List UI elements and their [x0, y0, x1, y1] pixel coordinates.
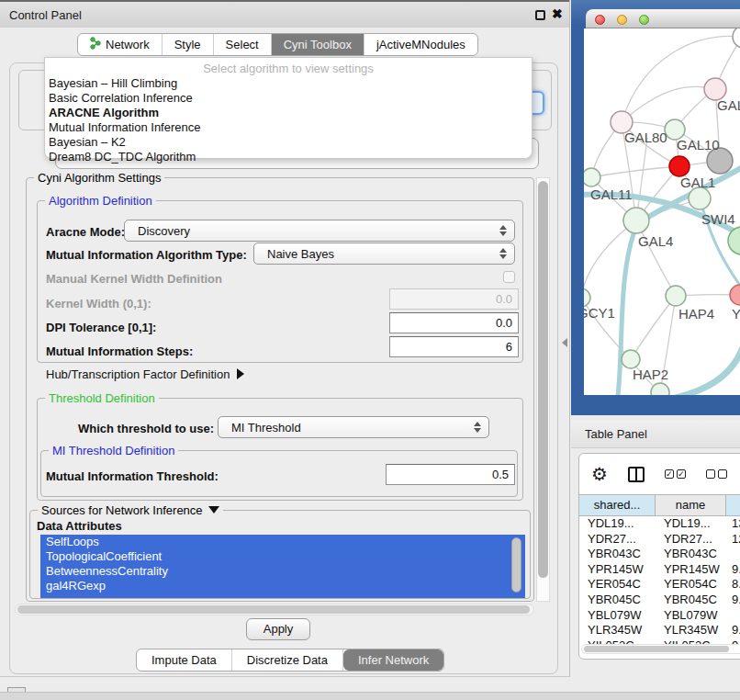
- mi-type-value: Naive Bayes: [254, 247, 499, 261]
- bottom-tabstrip: Impute Data Discretize Data Infer Networ…: [136, 649, 444, 672]
- tab-jactivemnodules[interactable]: jActiveMNodules: [364, 34, 477, 55]
- table-toolbar: ⚙ ✓✓: [579, 454, 740, 494]
- table-row[interactable]: YBR045CYBR045C9.: [579, 593, 740, 608]
- control-panel-titlebar: Control Panel ✖: [0, 0, 569, 28]
- tab-impute-data[interactable]: Impute Data: [137, 649, 232, 671]
- network-node-hap4[interactable]: [666, 286, 686, 306]
- screen: Control Panel ✖ Network Style: [0, 0, 740, 700]
- table-row[interactable]: YDL19...YDL19...13: [579, 516, 740, 532]
- table-horizontal-scrollbar[interactable]: [581, 644, 740, 654]
- close-traffic-light-icon[interactable]: [595, 15, 605, 25]
- close-icon[interactable]: ✖: [552, 6, 563, 21]
- vertical-scrollbar-thumb[interactable]: [538, 181, 548, 578]
- table-row[interactable]: YDR27...YDR27...12: [579, 532, 740, 548]
- mi-threshold-field[interactable]: 0.5: [386, 464, 515, 485]
- dpi-tolerance-label: DPI Tolerance [0,1]:: [46, 321, 156, 334]
- kernel-width-field[interactable]: 0.0: [389, 288, 519, 310]
- float-window-icon[interactable]: [535, 10, 545, 20]
- column-header-clipped[interactable]: A: [726, 495, 740, 515]
- data-attributes-label: Data Attributes: [37, 519, 122, 533]
- sources-title-row[interactable]: Sources for Network Inference: [38, 503, 223, 517]
- tab-style[interactable]: Style: [163, 34, 214, 55]
- network-graph-icon: [90, 37, 101, 52]
- horizontal-scrollbar-thumb[interactable]: [17, 605, 530, 614]
- node-label: HAP4: [678, 306, 714, 322]
- stepper-arrows-icon: [473, 422, 481, 433]
- tab-infer-network[interactable]: Infer Network: [343, 649, 443, 671]
- mi-steps-label: Mutual Information Steps:: [46, 344, 193, 358]
- table-panel-title: Table Panel: [585, 427, 647, 441]
- node-label: GAL4: [638, 233, 673, 249]
- list-item[interactable]: BetweennessCentrality: [40, 564, 525, 579]
- aracne-mode-value: Discovery: [125, 224, 499, 238]
- network-node-gcy1[interactable]: [584, 288, 590, 307]
- list-item[interactable]: SelfLoops: [40, 535, 525, 549]
- list-item[interactable]: [40, 593, 525, 598]
- stepper-arrows-icon: [499, 248, 507, 259]
- stepper-arrows-icon: [499, 225, 507, 236]
- mi-type-label: Mutual Information Algorithm Type:: [46, 248, 247, 262]
- network-node-hap2[interactable]: [622, 350, 640, 368]
- dropdown-item[interactable]: Bayesian – K2: [45, 135, 532, 150]
- manual-kernel-checkbox[interactable]: [503, 271, 515, 283]
- data-attributes-list[interactable]: SelfLoops TopologicalCoefficient Between…: [40, 535, 525, 598]
- list-scrollbar-thumb[interactable]: [511, 537, 521, 593]
- settings-vertical-scrollbar[interactable]: [536, 177, 550, 602]
- mi-type-select[interactable]: Naive Bayes: [253, 243, 515, 265]
- select-none-icon[interactable]: [706, 469, 727, 479]
- network-node[interactable]: [651, 383, 669, 395]
- which-threshold-label: Which threshold to use:: [78, 422, 214, 435]
- dropdown-item[interactable]: Mutual Information Inference: [45, 120, 532, 135]
- dropdown-item[interactable]: Basic Correlation Inference: [45, 91, 532, 106]
- node-label: GAL80: [624, 130, 667, 145]
- dpi-tolerance-field[interactable]: 0.0: [389, 312, 519, 333]
- table-panel-titlebar: Table Panel: [571, 421, 740, 448]
- network-canvas[interactable]: GAL GAL80 GAL10 GAL1 GAL11 SWI4 GAL4 GCY…: [584, 28, 740, 395]
- dropdown-item[interactable]: Dream8 DC_TDC Algorithm: [45, 150, 532, 164]
- column-header-shared-name[interactable]: shared...: [579, 495, 656, 515]
- network-node[interactable]: [733, 28, 740, 48]
- table-row[interactable]: YER054CYER054C8.: [579, 577, 740, 593]
- aracne-mode-select[interactable]: Discovery: [124, 220, 515, 242]
- zoom-traffic-light-icon[interactable]: [639, 15, 649, 25]
- tab-discretize-data[interactable]: Discretize Data: [232, 649, 343, 671]
- column-header-name[interactable]: name: [656, 495, 726, 515]
- which-threshold-value: MI Threshold: [219, 421, 473, 435]
- table-row[interactable]: YBR043CYBR043C: [579, 547, 740, 562]
- tab-select[interactable]: Select: [214, 34, 272, 55]
- network-node-swi4[interactable]: [689, 187, 711, 209]
- network-node[interactable]: [730, 285, 740, 305]
- bottom-status-strip: [0, 692, 740, 700]
- tab-network[interactable]: Network: [78, 34, 163, 55]
- network-node-gal11[interactable]: [584, 168, 600, 186]
- split-columns-icon[interactable]: [628, 467, 645, 482]
- table-row[interactable]: YBL079WYBL079W: [579, 608, 740, 624]
- mi-steps-field[interactable]: 6: [389, 336, 519, 357]
- dropdown-item-selected[interactable]: ARACNE Algorithm: [45, 106, 532, 120]
- settings-horizontal-scrollbar[interactable]: [15, 604, 534, 615]
- table-row[interactable]: YLR345WYLR345W9.: [579, 623, 740, 638]
- tab-jactivemnodules-label: jActiveMNodules: [376, 38, 465, 51]
- table-row[interactable]: YPR145WYPR145W9.: [579, 562, 740, 578]
- tab-cyni-toolbox[interactable]: Cyni Toolbox: [272, 34, 364, 55]
- network-node-gal4[interactable]: [623, 208, 649, 233]
- network-view-window: GAL GAL80 GAL10 GAL1 GAL11 SWI4 GAL4 GCY…: [571, 0, 740, 415]
- table-panel: ⚙ ✓✓ shared... name A YDL19...YDL19...13…: [578, 453, 740, 660]
- dropdown-item[interactable]: Bayesian – Hill Climbing: [45, 76, 532, 91]
- hub-factor-expander[interactable]: Hub/Transcription Factor Definition: [46, 367, 244, 381]
- gear-icon[interactable]: ⚙: [591, 465, 608, 483]
- list-item[interactable]: TopologicalCoefficient: [40, 549, 525, 564]
- expander-expanded-icon: [208, 506, 219, 514]
- cyni-algorithm-settings-title: Cyni Algorithm Settings: [34, 171, 164, 185]
- list-item[interactable]: gal4RGexp: [40, 579, 525, 593]
- which-threshold-select[interactable]: MI Threshold: [218, 416, 489, 438]
- apply-button[interactable]: Apply: [246, 618, 310, 640]
- node-label: GAL1: [680, 175, 715, 190]
- minimize-traffic-light-icon[interactable]: [617, 15, 627, 25]
- select-all-icon[interactable]: ✓✓: [665, 469, 686, 479]
- divider-collapse-arrow-icon[interactable]: [562, 338, 567, 347]
- network-node-gal1[interactable]: [669, 156, 690, 176]
- table-scrollbar-thumb[interactable]: [584, 646, 729, 652]
- dropdown-prompt: Select algorithm to view settings: [45, 58, 532, 76]
- network-window-titlebar[interactable]: [586, 9, 740, 28]
